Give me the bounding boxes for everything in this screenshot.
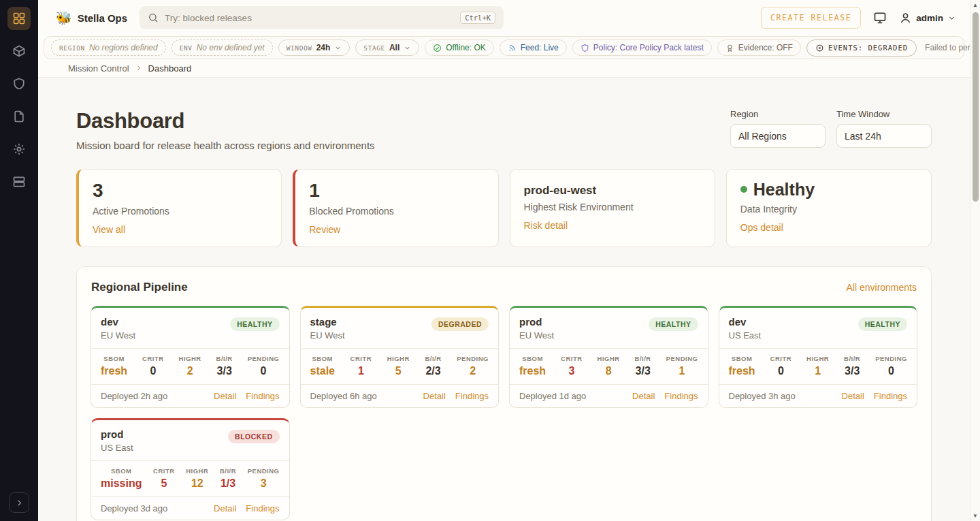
events-status-pill[interactable]: EVENTS: DEGRADED: [806, 40, 917, 57]
display-mode-button[interactable]: [873, 11, 887, 25]
vertical-scrollbar[interactable]: ▲ ▼: [970, 0, 980, 521]
evidence-status-pill[interactable]: Evidence: OFF: [717, 40, 801, 56]
sbom-value: fresh: [519, 365, 546, 377]
region-chip-value: No regions defined: [89, 43, 158, 52]
stat-value: 1: [309, 180, 484, 202]
environment-grid: dev EU West HEALTHY SBOMfresh CRITR0 HIG…: [91, 306, 917, 520]
shield-icon: [581, 44, 589, 52]
env-filter-chip[interactable]: ENV No env defined yet: [172, 40, 273, 56]
review-link[interactable]: Review: [309, 224, 340, 235]
pending-value: 0: [248, 365, 280, 377]
feed-status-text: Feed: Live: [521, 43, 559, 52]
brand-logo: 🐝: [56, 10, 72, 26]
sidebar-item-security[interactable]: [7, 72, 31, 95]
pending-value: 1: [666, 365, 698, 377]
breadcrumb-current: Dashboard: [148, 63, 192, 74]
gear-icon: [12, 142, 26, 156]
sbom-value: fresh: [729, 365, 755, 377]
region-select[interactable]: All Regions: [730, 124, 826, 148]
search-shortcut-kbd: Ctrl+K: [460, 12, 495, 24]
offline-status-pill[interactable]: Offline: OK: [425, 40, 493, 56]
env-region: EU West: [310, 330, 345, 341]
findings-link[interactable]: Findings: [874, 391, 907, 401]
shield-icon: [12, 77, 26, 91]
brand-name: Stella Ops: [78, 12, 127, 24]
policy-status-pill[interactable]: Policy: Core Policy Pack latest: [572, 40, 712, 56]
bir-value: 3/3: [635, 365, 651, 377]
status-badge: HEALTHY: [858, 317, 907, 331]
metric-label: HIGHR: [598, 355, 620, 362]
metric-label: PENDING: [666, 355, 698, 362]
regional-pipeline-panel: Regional Pipeline All environments dev E…: [76, 266, 932, 521]
chevron-right-icon: [135, 64, 143, 72]
detail-link[interactable]: Detail: [632, 391, 655, 401]
events-status-text: EVENTS: DEGRADED: [828, 44, 908, 52]
findings-link[interactable]: Findings: [246, 503, 279, 514]
grid-icon: [12, 12, 26, 25]
findings-link[interactable]: Findings: [455, 391, 489, 401]
sidebar-item-infrastructure[interactable]: [7, 170, 31, 193]
stat-value: prod-eu-west: [524, 180, 701, 198]
findings-link[interactable]: Findings: [664, 391, 698, 401]
sidebar-item-dashboard[interactable]: [7, 7, 31, 30]
ops-detail-link[interactable]: Ops detail: [740, 222, 783, 233]
all-environments-link[interactable]: All environments: [847, 282, 917, 293]
scroll-down-arrow[interactable]: ▼: [970, 511, 980, 521]
metric-label: B/I/R: [216, 355, 233, 362]
view-all-link[interactable]: View all: [93, 224, 125, 235]
metric-label: PENDING: [248, 355, 280, 362]
env-region: EU West: [101, 330, 135, 341]
highr-value: 2: [179, 365, 201, 377]
scroll-up-arrow[interactable]: ▲: [970, 0, 980, 10]
deployed-time: Deployed 2h ago: [101, 391, 167, 401]
scrollbar-thumb[interactable]: [973, 12, 979, 202]
time-window-select[interactable]: Last 24h: [836, 124, 932, 148]
rss-icon: [508, 44, 517, 52]
sbom-value: fresh: [101, 365, 127, 377]
detail-link[interactable]: Detail: [842, 391, 864, 401]
sbom-value: stale: [310, 365, 335, 377]
env-card-prod-us-east: prod US East BLOCKED SBOMmissing CRITR5 …: [91, 418, 290, 520]
stat-label: Blocked Promotions: [309, 206, 484, 217]
detail-link[interactable]: Detail: [214, 391, 236, 401]
metric-label: SBOM: [101, 355, 127, 362]
brand[interactable]: 🐝 Stella Ops: [56, 10, 127, 26]
critr-value: 1: [350, 365, 372, 377]
highr-value: 12: [186, 477, 208, 490]
deployed-time: Deployed 1d ago: [519, 391, 586, 401]
metric-label: CRITR: [153, 467, 175, 475]
sidebar-item-documents[interactable]: [7, 105, 31, 128]
chevron-down-icon: [334, 44, 342, 52]
create-release-button[interactable]: CREATE RELEASE: [761, 7, 861, 29]
user-menu[interactable]: admin: [899, 12, 956, 25]
search-input[interactable]: [165, 13, 454, 23]
metric-label: SBOM: [729, 355, 755, 362]
breadcrumb-parent[interactable]: Mission Control: [68, 63, 129, 74]
window-filter-chip[interactable]: WINDOW 24h: [278, 40, 350, 56]
region-select-value: All Regions: [738, 131, 787, 142]
metric-label: CRITR: [350, 355, 372, 362]
detail-link[interactable]: Detail: [214, 503, 236, 514]
search-box[interactable]: Ctrl+K: [140, 6, 504, 29]
sidebar-item-releases[interactable]: [7, 40, 31, 63]
pending-value: 3: [248, 477, 280, 490]
sbom-value: missing: [101, 477, 142, 490]
region-filter-chip[interactable]: REGION No regions defined: [51, 40, 166, 56]
search-icon: [148, 12, 159, 23]
env-chip-value: No env defined yet: [197, 43, 265, 52]
window-chip-label: WINDOW: [287, 44, 312, 52]
status-badge: HEALTHY: [230, 317, 279, 331]
sidebar-item-settings[interactable]: [7, 138, 31, 161]
findings-link[interactable]: Findings: [246, 391, 279, 401]
stage-filter-chip[interactable]: STAGE All: [355, 40, 419, 56]
risk-detail-link[interactable]: Risk detail: [524, 220, 568, 231]
metric-label: B/I/R: [844, 355, 860, 362]
feed-status-pill[interactable]: Feed: Live: [500, 40, 567, 56]
stat-label: Highest Risk Environment: [524, 202, 701, 212]
stat-value: 3: [93, 180, 267, 202]
offline-status-text: Offline: OK: [446, 43, 485, 52]
sidebar-expand-button[interactable]: [9, 492, 29, 513]
deployed-time: Deployed 3h ago: [729, 391, 796, 401]
monitor-icon: [873, 11, 887, 25]
detail-link[interactable]: Detail: [423, 391, 446, 401]
